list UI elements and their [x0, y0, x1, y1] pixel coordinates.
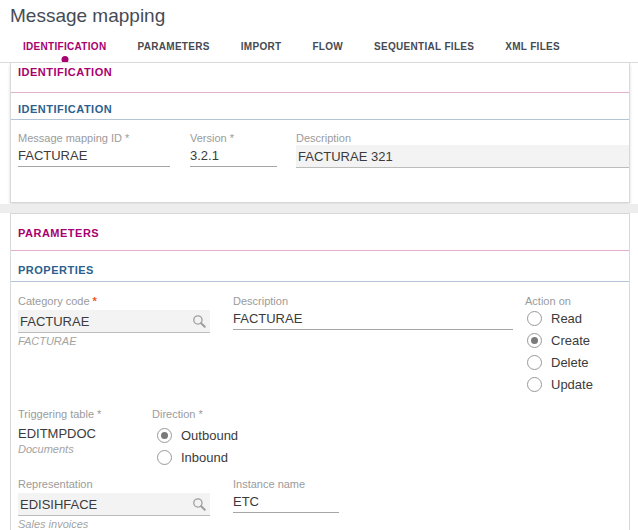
tab-xml-files[interactable]: XML FILES	[505, 41, 560, 52]
message-mapping-id-field[interactable]: FACTURAE	[18, 148, 170, 167]
representation-value: EDISIHFACE	[20, 497, 97, 512]
properties-subsection-header[interactable]: PROPERTIES	[18, 264, 94, 276]
instance-name-label: Instance name	[233, 478, 305, 490]
radio-option-outbound[interactable]: Outbound	[157, 427, 238, 443]
message-mapping-id-label: Message mapping ID*	[18, 132, 129, 144]
identification-section-header[interactable]: IDENTIFICATION	[18, 66, 112, 78]
version-field[interactable]: 3.2.1	[190, 148, 277, 167]
radio-option-read[interactable]: Read	[527, 310, 593, 326]
subsection-rule	[11, 119, 629, 120]
radio-icon[interactable]	[527, 355, 542, 370]
lookup-magnifier-icon[interactable]	[192, 314, 207, 329]
triggering-table-helper: Documents	[18, 443, 74, 455]
radio-label: Outbound	[181, 428, 238, 443]
category-code-label: Category code*	[18, 295, 97, 307]
parameters-description-field[interactable]: FACTURAE	[233, 311, 513, 330]
representation-helper: Sales invoices	[18, 518, 88, 530]
identification-card: IDENTIFICATION IDENTIFICATION Message ma…	[10, 63, 630, 203]
identification-subsection-header[interactable]: IDENTIFICATION	[18, 103, 112, 115]
direction-radio-group: Outbound Inbound	[157, 427, 238, 465]
subsection-rule	[11, 281, 629, 282]
radio-option-delete[interactable]: Delete	[527, 354, 593, 370]
tab-identification[interactable]: IDENTIFICATION	[23, 41, 106, 52]
radio-option-create[interactable]: Create	[527, 332, 593, 348]
radio-option-inbound[interactable]: Inbound	[157, 449, 238, 465]
triggering-table-value: EDITMPDOC	[18, 426, 96, 441]
radio-label: Update	[551, 377, 593, 392]
action-on-radio-group: Read Create Delete Update	[527, 310, 593, 392]
triggering-table-label: Triggering table*	[18, 408, 101, 420]
required-marker: *	[198, 408, 202, 420]
instance-name-field[interactable]: ETC	[233, 494, 339, 513]
tab-parameters[interactable]: PARAMETERS	[137, 41, 209, 52]
lookup-magnifier-icon[interactable]	[192, 497, 207, 512]
card-gap	[0, 204, 638, 213]
identification-description-field: FACTURAE 321	[296, 145, 629, 168]
category-code-field[interactable]: FACTURAE	[18, 310, 210, 333]
radio-option-update[interactable]: Update	[527, 376, 593, 392]
message-mapping-page: Message mapping IDENTIFICATION PARAMETER…	[0, 0, 638, 530]
required-marker: *	[125, 132, 129, 144]
section-rule	[11, 92, 629, 93]
direction-label: Direction*	[152, 408, 203, 420]
radio-selected-icon[interactable]	[527, 333, 542, 348]
tab-bar: IDENTIFICATION PARAMETERS IMPORT FLOW SE…	[23, 41, 560, 52]
page-title: Message mapping	[10, 5, 165, 27]
radio-selected-icon[interactable]	[157, 428, 172, 443]
radio-icon[interactable]	[527, 377, 542, 392]
identification-description-label: Description	[296, 132, 351, 144]
radio-label: Read	[551, 311, 582, 326]
radio-icon[interactable]	[157, 450, 172, 465]
category-code-helper: FACTURAE	[18, 335, 76, 347]
section-rule	[11, 250, 629, 251]
tab-flow[interactable]: FLOW	[312, 41, 343, 52]
identification-description-value: FACTURAE 321	[298, 149, 393, 164]
required-marker: *	[93, 295, 97, 307]
radio-label: Delete	[551, 355, 589, 370]
parameters-card: PARAMETERS PROPERTIES Category code* FAC…	[10, 213, 630, 530]
required-marker: *	[97, 408, 101, 420]
tab-import[interactable]: IMPORT	[241, 41, 282, 52]
radio-label: Create	[551, 333, 590, 348]
parameters-section-header[interactable]: PARAMETERS	[18, 227, 99, 239]
representation-label: Representation	[18, 478, 93, 490]
representation-field[interactable]: EDISIHFACE	[18, 493, 210, 516]
action-on-label: Action on	[525, 295, 571, 307]
required-marker: *	[230, 132, 234, 144]
tab-sequential-files[interactable]: SEQUENTIAL FILES	[374, 41, 474, 52]
category-code-value: FACTURAE	[20, 314, 89, 329]
tab-identification-label: IDENTIFICATION	[23, 41, 106, 52]
radio-label: Inbound	[181, 450, 228, 465]
parameters-description-label: Description	[233, 295, 288, 307]
radio-icon[interactable]	[527, 311, 542, 326]
version-label: Version*	[190, 132, 234, 144]
